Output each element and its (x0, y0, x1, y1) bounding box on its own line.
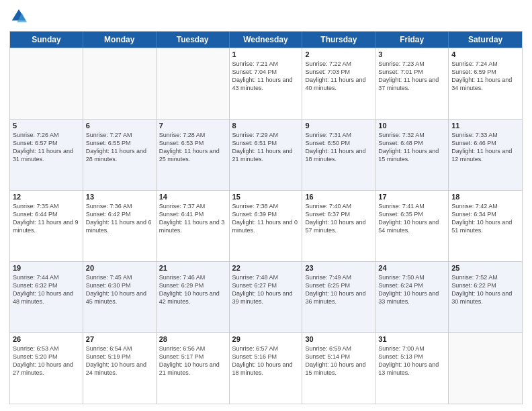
cell-day-number: 3 (378, 50, 445, 58)
calendar-header-row: SundayMondayTuesdayWednesdayThursdayFrid… (10, 32, 522, 48)
cell-daylight-info: Sunrise: 7:28 AM Sunset: 6:53 PM Dayligh… (159, 131, 226, 164)
cell-daylight-info: Sunrise: 7:00 AM Sunset: 5:13 PM Dayligh… (378, 345, 445, 377)
calendar-cell-4-4: 22Sunrise: 7:48 AM Sunset: 6:27 PM Dayli… (230, 262, 303, 332)
cell-day-number: 25 (451, 264, 519, 272)
calendar-cell-4-7: 25Sunrise: 7:52 AM Sunset: 6:22 PM Dayli… (449, 262, 522, 332)
logo (9, 7, 31, 26)
page: SundayMondayTuesdayWednesdayThursdayFrid… (0, 0, 532, 411)
calendar-cell-5-3: 28Sunrise: 6:56 AM Sunset: 5:17 PM Dayli… (157, 333, 230, 404)
cell-daylight-info: Sunrise: 6:53 AM Sunset: 5:20 PM Dayligh… (13, 345, 80, 377)
logo-icon (9, 7, 28, 26)
calendar-cell-3-3: 14Sunrise: 7:37 AM Sunset: 6:41 PM Dayli… (157, 191, 230, 261)
calendar-header-monday: Monday (83, 32, 157, 48)
calendar-cell-3-2: 13Sunrise: 7:36 AM Sunset: 6:42 PM Dayli… (83, 191, 157, 261)
calendar-cell-1-6: 3Sunrise: 7:23 AM Sunset: 7:01 PM Daylig… (375, 48, 449, 119)
cell-daylight-info: Sunrise: 7:35 AM Sunset: 6:44 PM Dayligh… (13, 202, 80, 235)
cell-daylight-info: Sunrise: 7:36 AM Sunset: 6:42 PM Dayligh… (86, 202, 153, 235)
cell-day-number: 19 (13, 264, 80, 272)
calendar-header-tuesday: Tuesday (157, 32, 230, 48)
cell-daylight-info: Sunrise: 7:22 AM Sunset: 7:03 PM Dayligh… (305, 60, 372, 93)
cell-daylight-info: Sunrise: 7:45 AM Sunset: 6:30 PM Dayligh… (86, 273, 153, 306)
calendar-row-4: 19Sunrise: 7:44 AM Sunset: 6:32 PM Dayli… (10, 261, 522, 332)
calendar-cell-1-1 (10, 48, 83, 119)
cell-daylight-info: Sunrise: 7:23 AM Sunset: 7:01 PM Dayligh… (378, 60, 445, 93)
calendar-header-saturday: Saturday (449, 32, 522, 48)
calendar-cell-1-5: 2Sunrise: 7:22 AM Sunset: 7:03 PM Daylig… (302, 48, 375, 119)
cell-day-number: 4 (451, 50, 519, 58)
cell-daylight-info: Sunrise: 7:37 AM Sunset: 6:41 PM Dayligh… (159, 202, 226, 235)
calendar-cell-5-1: 26Sunrise: 6:53 AM Sunset: 5:20 PM Dayli… (10, 333, 83, 404)
cell-daylight-info: Sunrise: 7:27 AM Sunset: 6:55 PM Dayligh… (86, 131, 153, 164)
calendar-cell-4-2: 20Sunrise: 7:45 AM Sunset: 6:30 PM Dayli… (83, 262, 157, 332)
cell-day-number: 21 (159, 264, 226, 272)
cell-daylight-info: Sunrise: 6:56 AM Sunset: 5:17 PM Dayligh… (159, 345, 226, 377)
calendar-cell-5-6: 31Sunrise: 7:00 AM Sunset: 5:13 PM Dayli… (375, 333, 449, 404)
cell-day-number: 12 (13, 193, 80, 201)
cell-day-number: 8 (232, 122, 300, 130)
cell-day-number: 13 (86, 193, 153, 201)
cell-daylight-info: Sunrise: 7:49 AM Sunset: 6:25 PM Dayligh… (305, 273, 372, 306)
cell-daylight-info: Sunrise: 7:44 AM Sunset: 6:32 PM Dayligh… (13, 273, 80, 306)
cell-day-number: 15 (232, 193, 300, 201)
cell-day-number: 26 (13, 335, 80, 343)
calendar-cell-3-1: 12Sunrise: 7:35 AM Sunset: 6:44 PM Dayli… (10, 191, 83, 261)
cell-daylight-info: Sunrise: 7:52 AM Sunset: 6:22 PM Dayligh… (451, 273, 519, 306)
cell-daylight-info: Sunrise: 7:42 AM Sunset: 6:34 PM Dayligh… (451, 202, 519, 235)
cell-day-number: 31 (378, 335, 445, 343)
cell-daylight-info: Sunrise: 6:54 AM Sunset: 5:19 PM Dayligh… (86, 345, 153, 377)
cell-day-number: 22 (232, 264, 300, 272)
calendar-header-friday: Friday (375, 32, 449, 48)
cell-day-number: 28 (159, 335, 226, 343)
cell-day-number: 30 (305, 335, 372, 343)
calendar-cell-1-2 (83, 48, 157, 119)
calendar-body: 1Sunrise: 7:21 AM Sunset: 7:04 PM Daylig… (10, 48, 522, 404)
calendar-row-2: 5Sunrise: 7:26 AM Sunset: 6:57 PM Daylig… (10, 119, 522, 190)
cell-daylight-info: Sunrise: 7:31 AM Sunset: 6:50 PM Dayligh… (305, 131, 372, 164)
cell-daylight-info: Sunrise: 6:57 AM Sunset: 5:16 PM Dayligh… (232, 345, 300, 377)
cell-day-number: 24 (378, 264, 445, 272)
header (9, 7, 523, 26)
calendar-cell-2-4: 8Sunrise: 7:29 AM Sunset: 6:51 PM Daylig… (230, 120, 303, 190)
cell-day-number: 20 (86, 264, 153, 272)
cell-day-number: 1 (232, 50, 300, 58)
cell-day-number: 5 (13, 122, 80, 130)
calendar-header-sunday: Sunday (10, 32, 83, 48)
cell-daylight-info: Sunrise: 6:59 AM Sunset: 5:14 PM Dayligh… (305, 345, 372, 377)
calendar-cell-3-7: 18Sunrise: 7:42 AM Sunset: 6:34 PM Dayli… (449, 191, 522, 261)
calendar-cell-3-6: 17Sunrise: 7:41 AM Sunset: 6:35 PM Dayli… (375, 191, 449, 261)
calendar-cell-4-1: 19Sunrise: 7:44 AM Sunset: 6:32 PM Dayli… (10, 262, 83, 332)
cell-day-number: 17 (378, 193, 445, 201)
cell-daylight-info: Sunrise: 7:38 AM Sunset: 6:39 PM Dayligh… (232, 202, 300, 235)
cell-daylight-info: Sunrise: 7:41 AM Sunset: 6:35 PM Dayligh… (378, 202, 445, 235)
cell-day-number: 16 (305, 193, 372, 201)
calendar-cell-4-3: 21Sunrise: 7:46 AM Sunset: 6:29 PM Dayli… (157, 262, 230, 332)
cell-daylight-info: Sunrise: 7:24 AM Sunset: 6:59 PM Dayligh… (451, 60, 519, 93)
cell-day-number: 11 (451, 122, 519, 130)
calendar: SundayMondayTuesdayWednesdayThursdayFrid… (9, 31, 523, 404)
calendar-cell-4-6: 24Sunrise: 7:50 AM Sunset: 6:24 PM Dayli… (375, 262, 449, 332)
calendar-cell-5-7 (449, 333, 522, 404)
calendar-cell-3-5: 16Sunrise: 7:40 AM Sunset: 6:37 PM Dayli… (302, 191, 375, 261)
cell-day-number: 23 (305, 264, 372, 272)
calendar-cell-1-3 (157, 48, 230, 119)
cell-daylight-info: Sunrise: 7:21 AM Sunset: 7:04 PM Dayligh… (232, 60, 300, 93)
cell-day-number: 6 (86, 122, 153, 130)
cell-daylight-info: Sunrise: 7:33 AM Sunset: 6:46 PM Dayligh… (451, 131, 519, 164)
cell-daylight-info: Sunrise: 7:46 AM Sunset: 6:29 PM Dayligh… (159, 273, 226, 306)
cell-daylight-info: Sunrise: 7:26 AM Sunset: 6:57 PM Dayligh… (13, 131, 80, 164)
calendar-cell-2-3: 7Sunrise: 7:28 AM Sunset: 6:53 PM Daylig… (157, 120, 230, 190)
cell-day-number: 29 (232, 335, 300, 343)
cell-daylight-info: Sunrise: 7:32 AM Sunset: 6:48 PM Dayligh… (378, 131, 445, 164)
calendar-cell-2-1: 5Sunrise: 7:26 AM Sunset: 6:57 PM Daylig… (10, 120, 83, 190)
calendar-cell-1-7: 4Sunrise: 7:24 AM Sunset: 6:59 PM Daylig… (449, 48, 522, 119)
calendar-header-thursday: Thursday (302, 32, 375, 48)
cell-day-number: 14 (159, 193, 226, 201)
calendar-row-1: 1Sunrise: 7:21 AM Sunset: 7:04 PM Daylig… (10, 48, 522, 119)
cell-day-number: 18 (451, 193, 519, 201)
calendar-cell-1-4: 1Sunrise: 7:21 AM Sunset: 7:04 PM Daylig… (230, 48, 303, 119)
cell-daylight-info: Sunrise: 7:50 AM Sunset: 6:24 PM Dayligh… (378, 273, 445, 306)
calendar-cell-2-6: 10Sunrise: 7:32 AM Sunset: 6:48 PM Dayli… (375, 120, 449, 190)
cell-day-number: 7 (159, 122, 226, 130)
calendar-cell-5-5: 30Sunrise: 6:59 AM Sunset: 5:14 PM Dayli… (302, 333, 375, 404)
calendar-cell-5-4: 29Sunrise: 6:57 AM Sunset: 5:16 PM Dayli… (230, 333, 303, 404)
